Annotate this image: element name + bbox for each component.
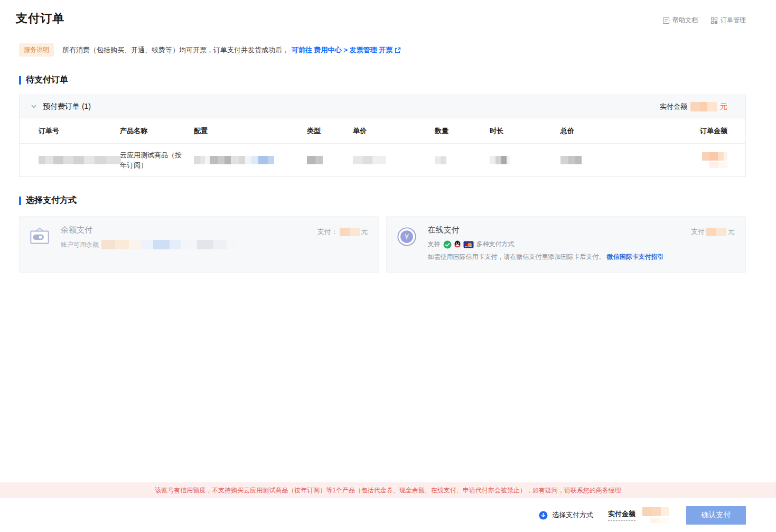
online-support-line: 支持 <box>428 240 735 249</box>
yuan-symbol: ¥ <box>404 232 409 241</box>
redacted-footer-amount-sub <box>650 518 669 523</box>
redacted-balance-pay-amount <box>340 228 360 236</box>
redacted-paid-amount <box>690 102 717 111</box>
payment-section-title: 选择支付方式 <box>19 195 757 206</box>
help-doc-label: 帮助文档 <box>672 16 698 25</box>
prepaid-group-title: 预付费订单 (1) <box>43 102 91 111</box>
external-link-icon <box>395 47 401 53</box>
balance-pay-unit: 元 <box>361 227 368 237</box>
page-header: 支付订单 帮助文档 订单管理 <box>0 0 776 26</box>
choose-payment-label: 选择支付方式 <box>552 510 593 520</box>
paid-amount-label: 实付金额 <box>660 102 687 111</box>
payment-title-text: 选择支付方式 <box>26 195 77 206</box>
wallet-icon <box>30 227 50 246</box>
invoice-manage-link-label: 可前往 费用中心 > 发票管理 开票 <box>292 45 392 55</box>
chevron-down-icon[interactable] <box>31 104 37 109</box>
support-prefix: 支持 <box>428 240 441 249</box>
wechat-pay-icon <box>443 240 452 249</box>
balance-available-label: 账户可用余额 <box>61 240 99 249</box>
order-table-header: 订单号 产品名称 配置 类型 单价 数量 时长 总价 订单金额 <box>20 118 745 144</box>
order-manage-link[interactable]: 订单管理 <box>710 16 746 25</box>
redacted-order-id <box>39 156 121 164</box>
order-table-row: 云应用测试商品（按年订阅） <box>20 144 745 176</box>
document-icon <box>662 17 670 24</box>
redacted-unit-price <box>353 156 386 164</box>
pending-orders-section-title: 待支付订单 <box>19 74 757 86</box>
col-order-no: 订单号 <box>20 126 120 136</box>
payment-cards: 余额支付 账户可用余额 支付： 元 ¥ 在线支付 支持 <box>19 216 746 273</box>
redacted-footer-amount <box>642 507 669 516</box>
footer-amount-value <box>642 507 669 523</box>
service-notice: 服务说明 所有消费（包括购买、开通、续费等）均可开票，订单支付并发货成功后， 可… <box>19 43 757 57</box>
checkout-footer: 选择支付方式 实付金额 确认支付 <box>0 498 776 532</box>
service-notice-tag: 服务说明 <box>19 43 54 57</box>
international-card-note: 如需使用国际信用卡支付，请在微信支付里添加国际卡后支付。 <box>428 253 605 260</box>
prepaid-group-left: 预付费订单 (1) <box>31 102 91 111</box>
balance-pay-amount: 支付： 元 <box>317 227 368 237</box>
prepaid-group-header[interactable]: 预付费订单 (1) 实付金额 元 <box>20 95 745 118</box>
bank-card-icon <box>463 241 474 248</box>
order-amount-cell <box>656 152 745 168</box>
redacted-order-amount-sub <box>709 162 727 168</box>
footer-amount-label[interactable]: 实付金额 <box>608 509 635 521</box>
product-name: 云应用测试商品（按年订阅） <box>120 150 185 170</box>
online-pay-unit: 元 <box>728 227 735 237</box>
balance-payment-card[interactable]: 余额支付 账户可用余额 支付： 元 <box>19 216 379 273</box>
prepaid-order-panel: 预付费订单 (1) 实付金额 元 订单号 产品名称 配置 类型 单价 数量 时长… <box>19 95 746 177</box>
wechat-international-card-guide-link[interactable]: 微信国际卡支付指引 <box>607 253 664 260</box>
balance-available-line: 账户可用余额 <box>61 240 368 249</box>
paid-amount-unit: 元 <box>720 102 727 111</box>
scroll-to-payment-icon <box>539 511 548 520</box>
online-payment-title: 在线支付 <box>428 225 735 235</box>
balance-pay-label: 支付： <box>317 227 338 237</box>
help-doc-link[interactable]: 帮助文档 <box>662 16 698 25</box>
redacted-type <box>307 156 323 164</box>
qq-pay-icon <box>454 240 461 249</box>
redacted-total-price <box>560 156 582 164</box>
grid-icon <box>710 17 718 24</box>
order-manage-label: 订单管理 <box>721 16 746 25</box>
header-links: 帮助文档 订单管理 <box>662 16 746 25</box>
confirm-pay-button[interactable]: 确认支付 <box>686 506 746 525</box>
service-notice-text: 所有消费（包括购买、开通、续费等）均可开票，订单支付并发货成功后， <box>62 45 289 55</box>
payment-method-icons <box>443 240 474 249</box>
support-suffix: 多种支付方式 <box>476 240 515 249</box>
pending-orders-title-text: 待支付订单 <box>26 74 68 86</box>
col-unit-price: 单价 <box>353 126 435 136</box>
invoice-manage-link[interactable]: 可前往 费用中心 > 发票管理 开票 <box>292 45 401 55</box>
choose-payment-anchor[interactable]: 选择支付方式 <box>539 510 593 520</box>
online-payment-card[interactable]: ¥ 在线支付 支持 <box>386 216 746 273</box>
page-title: 支付订单 <box>16 11 64 26</box>
redacted-config <box>194 156 274 164</box>
col-config: 配置 <box>194 126 307 136</box>
col-order-amount: 订单金额 <box>656 126 745 136</box>
section-accent-bar <box>19 76 21 85</box>
redacted-order-amount <box>702 152 727 161</box>
section-accent-bar <box>19 197 21 205</box>
redacted-quantity <box>435 156 446 164</box>
col-total-price: 总价 <box>560 126 656 136</box>
prepaid-group-amount: 实付金额 元 <box>660 102 727 111</box>
online-pay-amount: 支付 元 <box>691 227 735 237</box>
redacted-online-pay-amount <box>706 228 726 236</box>
redacted-duration <box>490 156 510 164</box>
online-note-line: 如需使用国际信用卡支付，请在微信支付里添加国际卡后支付。 微信国际卡支付指引 <box>428 253 735 262</box>
col-product-name: 产品名称 <box>120 126 194 136</box>
online-card-body: 在线支付 支持 <box>428 225 735 262</box>
col-quantity: 数量 <box>435 126 490 136</box>
redacted-available-balance <box>101 240 238 249</box>
col-duration: 时长 <box>490 126 560 136</box>
yuan-circle-icon: ¥ <box>397 227 417 247</box>
online-pay-label: 支付 <box>691 227 705 237</box>
col-type: 类型 <box>307 126 353 136</box>
credit-limit-warning: 该账号有信用额度，不支持购买云应用测试商品（按年订阅）等1个产品（包括代金券、现… <box>0 482 776 498</box>
